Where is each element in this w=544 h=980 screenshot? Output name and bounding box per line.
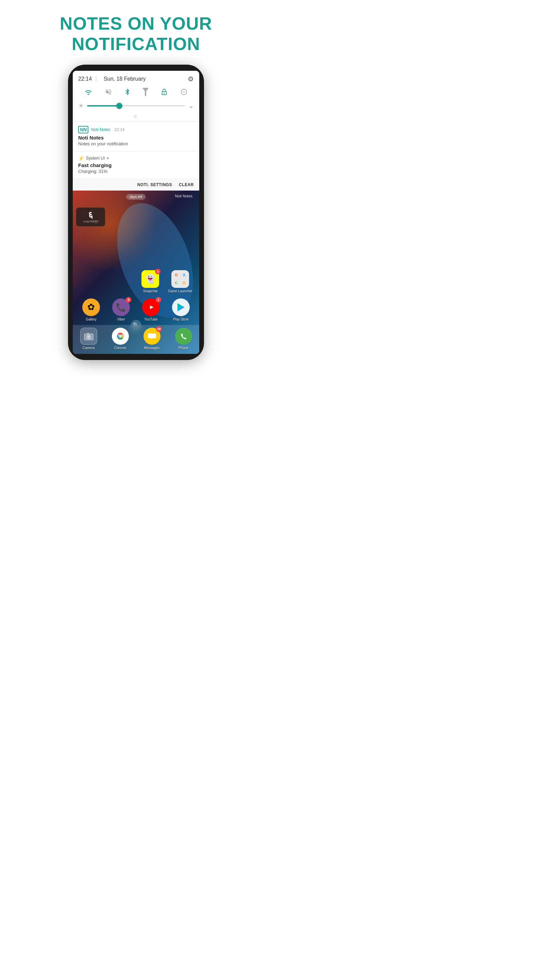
snapchat-badge: 3	[155, 269, 160, 274]
phone-screen: 22:14 | Sun, 18 February ⚙	[73, 71, 199, 354]
youtube-label: YouTube	[144, 318, 157, 321]
settings-icon[interactable]: ⚙	[188, 75, 194, 83]
notification-panel: 22:14 | Sun, 18 February ⚙	[73, 71, 199, 191]
svg-point-10	[88, 336, 90, 338]
camera-icon	[80, 328, 97, 345]
app-row-1: 👻 3 Snapchat O X C O	[76, 270, 196, 293]
noti-notes-app-icon: NN	[78, 126, 89, 134]
noti-notes-bar: Noti Notes	[175, 194, 192, 198]
system-ui-dropdown-icon[interactable]: ▾	[107, 156, 109, 161]
brightness-slider[interactable]	[87, 105, 185, 107]
date-display: Sun, 18 February	[104, 76, 146, 82]
youtube-icon: 1	[142, 298, 160, 316]
noti-notes-app-name: Noti Notes	[91, 127, 110, 132]
brightness-row: ☀ ⌄	[73, 101, 199, 113]
noti-notes-notification[interactable]: NN Noti Notes 22:14 Noti Notes Notes on …	[73, 122, 199, 151]
system-ui-notification[interactable]: ⚡ System UI ▾ Fast charging Charging: 31…	[73, 151, 199, 179]
page-title: NOTES ON YOUR NOTIFICATION	[60, 14, 212, 54]
list-item[interactable]: ✿ Gallery	[79, 298, 103, 321]
app-grid: 👻 3 Snapchat O X C O	[73, 270, 199, 327]
messages-label: Messages	[144, 346, 160, 350]
lightning-icon: ⚡	[78, 156, 84, 161]
system-notif-header: ⚡ System UI ▾	[78, 156, 194, 161]
svg-point-16	[119, 335, 121, 337]
snapchat-label: Snapchat	[143, 289, 157, 293]
clear-button[interactable]: CLEAR	[179, 182, 194, 187]
list-item[interactable]: 📞 3 Viber	[109, 298, 133, 321]
flashlight-toggle[interactable]	[143, 88, 148, 98]
play-store-label: Play Store	[173, 318, 189, 321]
messages-icon: 58	[143, 328, 160, 345]
list-item[interactable]: Camera	[76, 328, 101, 350]
screen-lock-toggle[interactable]	[160, 88, 168, 98]
fast-charging-title: Fast charging	[78, 162, 194, 168]
home-screen: days left Noti Notes ६ २०७४ फाल्गुन 👻 3	[73, 191, 199, 354]
svg-rect-11	[87, 333, 89, 334]
dock-bar: Camera	[73, 325, 199, 354]
bluetooth-toggle[interactable]	[124, 88, 130, 98]
noti-notes-time: 22:14	[114, 127, 124, 132]
status-bar: 22:14 | Sun, 18 February ⚙	[73, 71, 199, 85]
charging-body: Charging: 31%	[78, 169, 194, 174]
wifi-toggle[interactable]	[84, 89, 92, 97]
svg-point-18	[179, 331, 188, 341]
notif-app-header: NN Noti Notes 22:14	[78, 126, 194, 134]
calendar-widget[interactable]: ६ २०७४ फाल्गुन	[76, 208, 105, 226]
chrome-label: Chrome	[114, 346, 127, 350]
system-ui-label: System UI	[86, 156, 105, 161]
do-not-disturb-toggle[interactable]	[180, 88, 188, 98]
phone-frame: 22:14 | Sun, 18 February ⚙	[68, 65, 204, 360]
play-store-icon	[172, 298, 190, 316]
noti-settings-button[interactable]: NOTI. SETTINGS	[137, 182, 172, 187]
list-item[interactable]: Phone	[171, 328, 196, 350]
list-item[interactable]: Play Store	[169, 298, 193, 321]
noti-notes-body: Notes on your notification	[78, 141, 194, 146]
viber-badge: 3	[126, 297, 131, 302]
svg-marker-7	[178, 303, 185, 311]
list-item[interactable]: O X C O Game Launcher	[168, 270, 192, 293]
list-item[interactable]: Chrome	[108, 328, 133, 350]
gallery-label: Gallery	[86, 318, 97, 321]
calendar-month: २०७४ फाल्गुन	[80, 220, 101, 224]
time-display: 22:14	[78, 76, 92, 82]
youtube-badge: 1	[156, 297, 161, 302]
drag-handle: ≡	[73, 113, 199, 121]
brightness-icon: ☀	[78, 102, 84, 110]
phone-label: Phone	[179, 346, 188, 350]
brightness-expand-icon[interactable]: ⌄	[189, 102, 194, 110]
viber-label: Viber	[117, 318, 125, 321]
noti-notes-title: Noti Notes	[78, 135, 194, 140]
game-launcher-label: Game Launcher	[168, 289, 192, 293]
slider-thumb[interactable]	[116, 103, 122, 109]
list-item[interactable]: 58 Messages	[140, 328, 164, 350]
phone-icon	[175, 328, 192, 345]
snapchat-icon: 👻 3	[141, 270, 159, 288]
messages-badge: 58	[156, 326, 162, 332]
list-item[interactable]: 👻 3 Snapchat	[138, 270, 163, 293]
gallery-icon: ✿	[82, 298, 100, 316]
list-item[interactable]: 1 YouTube	[139, 298, 163, 321]
app-row-2: ✿ Gallery 📞 3 Viber	[76, 298, 196, 321]
calendar-date: ६	[80, 210, 101, 219]
status-bar-left: 22:14 | Sun, 18 February	[78, 76, 146, 82]
days-left-badge: days left	[126, 194, 146, 200]
mute-toggle[interactable]	[105, 88, 112, 98]
game-launcher-icon: O X C O	[171, 270, 189, 288]
chrome-icon	[112, 328, 129, 345]
camera-label: Camera	[82, 346, 95, 350]
quick-toggles-row	[73, 85, 199, 101]
notification-actions: NOTI. SETTINGS CLEAR	[73, 179, 199, 191]
svg-point-1	[164, 92, 165, 94]
viber-icon: 📞 3	[112, 298, 130, 316]
